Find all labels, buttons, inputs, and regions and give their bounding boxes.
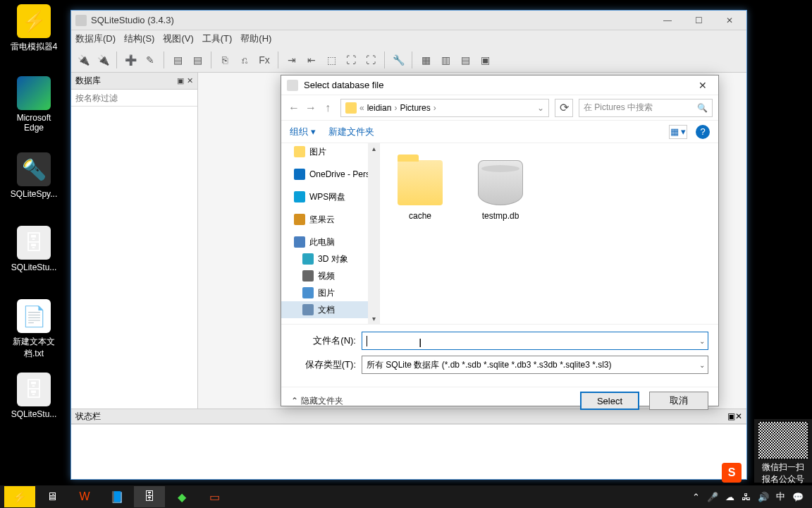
tree-item-jianguo[interactable]: 坚果云 [281, 211, 379, 228]
tray-ime[interactable]: 中 [776, 490, 785, 503]
task-sqlitestudio[interactable]: 🗄 [134, 486, 165, 507]
organize-button[interactable]: 组织 ▾ [290, 126, 316, 138]
breadcrumb-segment[interactable]: leidian [367, 103, 392, 113]
tool-edit-db-icon[interactable]: ✎ [141, 51, 159, 69]
tree-scrollbar[interactable]: ▴▾ [368, 143, 379, 324]
panel-maximize-icon[interactable]: ▣ [177, 76, 184, 85]
desktop-icon-leidian[interactable]: ⚡雷电模拟器4 [7, 4, 61, 53]
select-button[interactable]: Select [580, 392, 639, 410]
task-green[interactable]: ◆ [166, 486, 197, 507]
system-tray: ⌃ 🎤 ☁ 🖧 🔊 中 💬 [692, 490, 808, 503]
onedrive-icon [294, 169, 305, 180]
tool-expand-icon[interactable]: ⛶ [342, 51, 360, 69]
search-icon[interactable]: 🔍 [697, 103, 708, 113]
dialog-titlebar[interactable]: Select database file ✕ [281, 75, 718, 95]
tool-connect-icon[interactable]: 🔌 [74, 51, 92, 69]
help-button[interactable]: ? [696, 125, 710, 139]
tool-export-icon[interactable]: ⇤ [302, 51, 321, 69]
tool-sql-icon[interactable]: ▤ [168, 51, 187, 69]
task-orange[interactable]: ▭ [199, 486, 230, 507]
toolbar: 🔌 🔌 ➕ ✎ ▤ ▤ ⎘ ⎌ Fx ⇥ ⇤ ⬚ ⛶ ⛶ 🔧 ▦ ▥ ▤ ▣ [71, 47, 746, 73]
tree-item-videos[interactable]: 视频 [281, 267, 379, 284]
maximize-button[interactable]: ☐ [686, 13, 711, 28]
view-mode-button[interactable]: ▦ ▾ [669, 125, 687, 139]
tree-item-pictures2[interactable]: 图片 [281, 284, 379, 301]
tray-cloud-icon[interactable]: ☁ [725, 492, 734, 502]
desktop-icon-sqlitespy[interactable]: 🔦SQLiteSpy... [7, 152, 61, 199]
menu-view[interactable]: 视图(V) [163, 32, 193, 45]
tray-mic-icon[interactable]: 🎤 [707, 492, 718, 502]
nav-forward-icon[interactable]: → [304, 102, 318, 114]
task-explorer[interactable]: 🖥 [37, 486, 68, 507]
file-list[interactable]: cache testmp.db [380, 143, 718, 324]
scroll-up-icon[interactable]: ▴ [372, 145, 376, 152]
menu-tools[interactable]: 工具(T) [202, 32, 233, 45]
task-leidian[interactable]: ⚡ [4, 486, 35, 507]
filetype-select[interactable]: 所有 SQLite 数据库 (*.db *.sdb *.sqlite *.db3… [362, 356, 708, 374]
tool-tile4-icon[interactable]: ▣ [476, 51, 494, 69]
breadcrumb-segment[interactable]: Pictures [400, 103, 430, 113]
refresh-button[interactable]: ⟳ [555, 99, 573, 117]
folder-icon [345, 102, 357, 114]
file-item-cache[interactable]: cache [388, 152, 452, 221]
tool-box-icon[interactable]: ⬚ [322, 51, 340, 69]
nav-back-icon[interactable]: ← [287, 102, 301, 114]
tool-config-icon[interactable]: 🔧 [389, 51, 407, 69]
breadcrumb[interactable]: « leidian › Pictures › ⌄ [340, 99, 549, 117]
taskbar: ⚡ 🖥 W 📘 🗄 ◆ ▭ ⌃ 🎤 ☁ 🖧 🔊 中 💬 [0, 485, 812, 508]
document-icon [302, 304, 314, 315]
dropdown-icon[interactable]: ⌄ [699, 361, 705, 369]
tool-ddl-icon[interactable]: ⎘ [216, 51, 234, 69]
filename-input[interactable]: ⌄ [362, 332, 708, 350]
tool-history-icon[interactable]: ⎌ [235, 51, 254, 69]
task-notepad[interactable]: 📘 [102, 486, 133, 507]
tool-disconnect-icon[interactable]: 🔌 [94, 51, 112, 69]
tool-function-icon[interactable]: Fx [255, 51, 273, 69]
tree-item-onedrive[interactable]: OneDrive - Pers [281, 166, 379, 183]
database-panel: 数据库 ▣✕ [71, 73, 198, 409]
tool-tile2-icon[interactable]: ▥ [436, 51, 455, 69]
breadcrumb-dropdown-icon[interactable]: ⌄ [537, 103, 544, 113]
task-wps[interactable]: W [69, 486, 100, 507]
sogou-ime-icon[interactable]: S [722, 463, 742, 483]
tool-add-db-icon[interactable]: ➕ [121, 51, 140, 69]
cancel-button[interactable]: 取消 [649, 392, 708, 410]
panel-close-icon[interactable]: ✕ [187, 76, 193, 85]
desktop-icon-textfile[interactable]: 📄新建文本文档.txt [7, 299, 61, 360]
tree-item-thispc[interactable]: 此电脑 [281, 234, 379, 250]
tool-collapse-icon[interactable]: ⛶ [362, 51, 380, 69]
tool-tile1-icon[interactable]: ▦ [417, 51, 435, 69]
icon-label: Microsoft Edge [17, 113, 51, 133]
tree-item-documents[interactable]: 文档 [281, 301, 379, 318]
dialog-close-button[interactable]: ✕ [693, 78, 713, 93]
filter-input[interactable] [71, 90, 197, 107]
desktop-icon-sqlitestudio[interactable]: 🗄SQLiteStu... [7, 226, 61, 272]
menu-structure[interactable]: 结构(S) [124, 32, 154, 45]
menu-help[interactable]: 帮助(H) [240, 32, 271, 45]
tray-network-icon[interactable]: 🖧 [742, 492, 751, 502]
tool-import-icon[interactable]: ⇥ [283, 51, 301, 69]
nav-up-icon[interactable]: ↑ [321, 102, 335, 114]
tray-chevron-icon[interactable]: ⌃ [692, 492, 700, 502]
file-item-testmp[interactable]: testmp.db [469, 152, 532, 221]
tray-notify-icon[interactable]: 💬 [792, 492, 804, 502]
minimize-button[interactable]: — [655, 13, 680, 28]
status-close-icon[interactable]: ✕ [735, 411, 742, 421]
desktop-icon-edge[interactable]: Microsoft Edge [7, 76, 61, 133]
tool-sql2-icon[interactable]: ▤ [188, 51, 207, 69]
menu-database[interactable]: 数据库(D) [75, 32, 116, 45]
tree-item-wps[interactable]: WPS网盘 [281, 188, 379, 205]
status-maximize-icon[interactable]: ▣ [727, 411, 735, 421]
titlebar[interactable]: SQLiteStudio (3.4.3) — ☐ ✕ [71, 11, 746, 30]
close-button[interactable]: ✕ [717, 13, 742, 28]
tree-item-pictures[interactable]: 图片 [281, 143, 379, 160]
tree-item-3dobjects[interactable]: 3D 对象 [281, 250, 379, 267]
desktop-icon-sqlitestudio2[interactable]: 🗄SQLiteStu... [7, 373, 61, 419]
scroll-down-icon[interactable]: ▾ [372, 315, 376, 322]
hide-folders-toggle[interactable]: ⌃隐藏文件夹 [291, 395, 343, 407]
tool-tile3-icon[interactable]: ▤ [456, 51, 474, 69]
new-folder-button[interactable]: 新建文件夹 [328, 126, 374, 138]
search-box[interactable]: 在 Pictures 中搜索 🔍 [579, 99, 713, 117]
dropdown-icon[interactable]: ⌄ [699, 337, 705, 345]
tray-volume-icon[interactable]: 🔊 [758, 492, 769, 502]
